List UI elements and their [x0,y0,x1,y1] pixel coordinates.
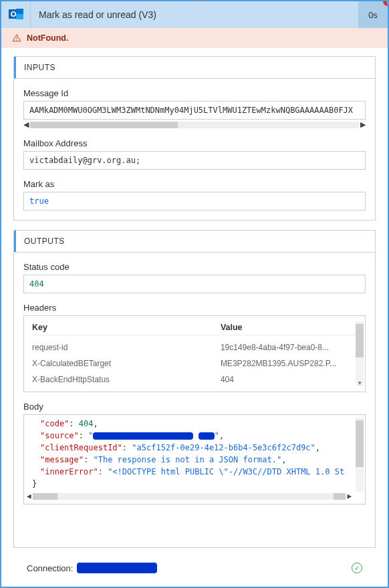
mailbox-label: Mailbox Address [23,138,366,148]
svg-point-5 [16,39,17,40]
body-label: Body [23,402,366,412]
scroll-left-icon[interactable]: ◀ [23,120,29,129]
table-row: X-BackEndHttpStatus 404 [32,372,357,388]
markas-label: Mark as [23,179,366,189]
error-text: NotFound. [27,33,68,43]
warning-icon [12,33,21,43]
outputs-heading: OUTPUTS [14,231,375,252]
message-id-value[interactable]: AAMkADM0MWU0OGM3LWM3ZWMtNDNmMy04MjU5LTVl… [23,101,366,120]
svg-rect-2 [16,9,23,14]
scroll-down-icon[interactable]: ▾ [356,380,364,386]
inputs-section: INPUTS Message Id AAMkADM0MWU0OGM3LWM3ZW… [13,56,376,220]
headers-label: Headers [23,303,366,313]
outputs-section: OUTPUTS Status code 404 Headers Key Valu… [13,230,376,548]
table-row: X-CalculatedBETarget ME3P282MB1395.AUSP2… [32,355,357,372]
body-scroll-y[interactable] [356,418,364,492]
status-value[interactable]: 404 [23,275,366,293]
redacted-source [93,432,193,440]
outlook-icon [1,1,31,28]
table-row: request-id 19c149e8-4aba-4f97-bea0-8... [32,339,357,355]
redacted-connection [77,563,157,573]
body-json[interactable]: "code": 404, "source": " ", "clientReque… [23,414,366,504]
body-scroll-x[interactable]: ◀ ▶ [27,491,352,502]
scroll-right-icon[interactable]: ▶ [360,120,366,129]
footer: Connection: ✓ [13,557,376,581]
message-id-scroll[interactable]: ◀ ▶ [23,120,366,129]
headers-scroll[interactable]: ▾ [356,321,364,386]
action-header[interactable]: Mark as read or unread (V3) 0s ! [1,1,388,28]
action-duration: 0s ! [358,1,388,28]
markas-value[interactable]: true [23,192,366,210]
scroll-right-icon[interactable]: ▶ [347,491,352,502]
error-badge-icon: ! [383,0,389,6]
scroll-left-icon[interactable]: ◀ [27,491,31,502]
headers-table: Key Value request-id 19c149e8-4aba-4f97-… [23,315,366,392]
headers-col-key: Key [32,323,221,332]
message-id-label: Message Id [23,88,366,98]
mailbox-value[interactable]: victabdaily@grv.org.au; [23,151,366,170]
success-check-icon: ✓ [352,563,362,573]
error-banner: NotFound. [1,28,388,48]
headers-col-value: Value [221,323,357,332]
action-title: Mark as read or unread (V3) [31,1,358,28]
status-label: Status code [23,262,366,272]
connection-label: Connection: [27,563,73,573]
inputs-heading: INPUTS [14,57,375,78]
